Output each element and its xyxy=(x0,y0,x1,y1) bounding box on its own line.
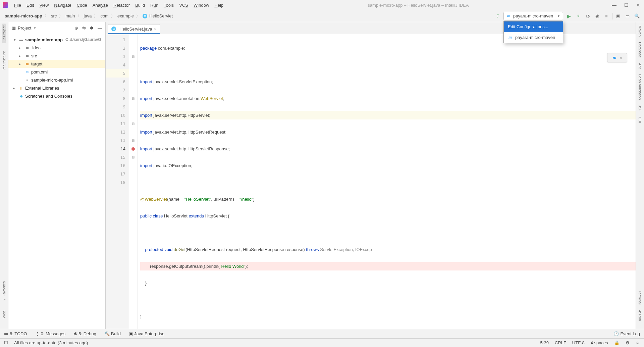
editor-tab[interactable]: C HelloServlet.java × xyxy=(108,24,160,34)
chevron-down-icon: ▼ xyxy=(557,14,560,18)
breadcrumb-class[interactable]: CHelloServlet xyxy=(141,13,174,19)
menu-analyze[interactable]: Analyze xyxy=(91,2,110,8)
tool-database[interactable]: Database xyxy=(638,42,642,58)
project-pane-title[interactable]: Project xyxy=(18,26,31,31)
run-config-popup: Edit Configurations... m payara-micro-ma… xyxy=(503,21,563,43)
tree-item-scratches[interactable]: ◆ Scratches and Consoles xyxy=(8,92,105,100)
tree-item-idea[interactable]: ▸🖿 .idea xyxy=(8,44,105,52)
menu-tools[interactable]: Tools xyxy=(162,2,176,8)
tree-item-external-libraries[interactable]: ▸⫼ External Libraries xyxy=(8,84,105,92)
class-icon: C xyxy=(111,27,116,31)
settings-button[interactable]: ▭ xyxy=(624,12,631,20)
tree-item-pom[interactable]: m pom.xml xyxy=(8,68,105,76)
editor-area: C HelloServlet.java × 1 2 3 4 5 6 7 8 9 … xyxy=(106,22,636,329)
bottom-tool-stripe: ≔ 6: TODO ⋮ 0: Messages ✱ 5: Debug 🔨 Bui… xyxy=(0,329,644,338)
project-pane-header: ▦ Project ▼ ⊕ ⇆ ✱ — xyxy=(8,22,105,34)
menu-run[interactable]: Run xyxy=(148,2,160,8)
close-tab-icon[interactable]: × xyxy=(154,27,157,32)
profiler-button[interactable]: ◉ xyxy=(593,12,601,20)
tree-item-iml[interactable]: ▪ sample-micro-app.iml xyxy=(8,76,105,84)
breadcrumb[interactable]: com xyxy=(99,13,110,19)
tool-cdi[interactable]: CDI xyxy=(638,117,642,123)
right-tool-stripe: Maven Database Ant Bean Validation JSF C… xyxy=(636,22,644,329)
status-cursor-pos[interactable]: 5:39 xyxy=(540,340,549,345)
run-config-item[interactable]: m payara-micro-maven xyxy=(504,32,563,43)
menu-help[interactable]: Help xyxy=(212,2,225,8)
status-widgets-icon[interactable]: ⚙ xyxy=(626,340,630,345)
hide-icon[interactable]: — xyxy=(98,26,102,31)
tool-event-log[interactable]: 🕒 Event Log xyxy=(613,331,640,336)
minimize-button[interactable]: — xyxy=(611,2,617,8)
breadcrumb[interactable]: example xyxy=(116,13,135,19)
menu-navigate[interactable]: Navigate xyxy=(52,2,73,8)
tool-messages[interactable]: ⋮ 0: Messages xyxy=(35,331,66,336)
close-button[interactable]: ✕ xyxy=(635,2,641,8)
tool-ant[interactable]: Ant xyxy=(638,63,642,69)
project-scope-icon: ▦ xyxy=(12,26,16,31)
status-icon[interactable]: ☐ xyxy=(4,340,8,345)
menu-code[interactable]: Code xyxy=(75,2,89,8)
status-encoding[interactable]: UTF-8 xyxy=(572,340,585,345)
tool-jsf[interactable]: JSF xyxy=(638,105,642,112)
project-pane: ▦ Project ▼ ⊕ ⇆ ✱ — ▼▬ sample-micro-app … xyxy=(8,22,106,329)
project-structure-button[interactable]: ▣ xyxy=(614,12,622,20)
tool-bean-validation[interactable]: Bean Validation xyxy=(638,74,642,100)
tree-item-src[interactable]: ▸🖿 src xyxy=(8,52,105,60)
maven-icon: m xyxy=(612,55,617,60)
marker-gutter: ⊟⊟ ⊟⊟⊟ xyxy=(129,34,138,329)
tree-root[interactable]: ▼▬ sample-micro-app C:\Users\jGauravG xyxy=(8,36,105,44)
line-number-gutter: 1 2 3 4 5 6 7 8 9 10 11 12 13 14 15 16 1… xyxy=(106,34,129,329)
menu-build[interactable]: Build xyxy=(133,2,147,8)
stop-button[interactable]: ■ xyxy=(603,12,610,20)
search-everywhere-button[interactable]: 🔍 xyxy=(633,12,641,20)
tool-run[interactable]: 4: Run xyxy=(638,310,642,321)
breadcrumb[interactable]: main xyxy=(64,13,76,19)
menu-vcs[interactable]: VCS xyxy=(177,2,190,8)
code-editor[interactable]: 1 2 3 4 5 6 7 8 9 10 11 12 13 14 15 16 1… xyxy=(106,34,636,329)
close-icon[interactable]: × xyxy=(620,55,622,60)
left-tool-stripe: 1: Project 7: Structure 2: Favorites Web xyxy=(0,22,8,329)
tool-todo[interactable]: ≔ 6: TODO xyxy=(4,331,27,336)
run-config-selector[interactable]: m payara-micro-maven ▼ xyxy=(503,12,563,20)
tool-web[interactable]: Web xyxy=(2,309,6,320)
locate-icon[interactable]: ⊕ xyxy=(74,26,78,31)
expand-icon[interactable]: ⇆ xyxy=(82,26,86,31)
tree-item-target[interactable]: ▸🖿 target xyxy=(8,60,105,68)
tool-build[interactable]: 🔨 Build xyxy=(104,331,121,336)
analysis-widget[interactable]: m × xyxy=(607,53,627,62)
maven-icon: m xyxy=(508,35,513,40)
build-icon[interactable]: ⤴ xyxy=(494,12,501,20)
tool-debug[interactable]: ✱ 5: Debug xyxy=(73,331,96,336)
tool-terminal[interactable]: Terminal xyxy=(638,291,642,305)
breakpoint-icon[interactable] xyxy=(131,147,135,151)
status-inspections-icon[interactable]: ☺ xyxy=(636,340,640,345)
debug-button[interactable]: ⌖ xyxy=(575,12,582,20)
maximize-button[interactable]: ☐ xyxy=(623,2,629,8)
breadcrumb[interactable]: java xyxy=(83,13,93,19)
project-tree[interactable]: ▼▬ sample-micro-app C:\Users\jGauravG ▸🖿… xyxy=(8,34,105,329)
tab-label: HelloServlet.java xyxy=(119,27,152,32)
code-content[interactable]: package com.example; import javax.servle… xyxy=(138,34,636,329)
menu-file[interactable]: File xyxy=(12,2,23,8)
status-line-sep[interactable]: CRLF xyxy=(555,340,566,345)
run-button[interactable]: ▶ xyxy=(565,12,573,20)
run-config-label: payara-micro-maven xyxy=(513,13,553,18)
navigation-bar: sample-micro-app〉 src〉 main〉 java〉 com〉 … xyxy=(0,10,644,22)
settings-icon[interactable]: ✱ xyxy=(90,26,94,31)
tool-structure[interactable]: 7: Structure xyxy=(2,49,6,72)
coverage-button[interactable]: ◔ xyxy=(584,12,591,20)
menu-refactor[interactable]: Refactor xyxy=(111,2,132,8)
tool-maven[interactable]: Maven xyxy=(638,26,642,37)
edit-configurations-item[interactable]: Edit Configurations... xyxy=(504,21,563,32)
menu-view[interactable]: View xyxy=(37,2,51,8)
tool-project[interactable]: 1: Project xyxy=(2,23,6,43)
status-indent[interactable]: 4 spaces xyxy=(591,340,608,345)
tool-favorites[interactable]: 2: Favorites xyxy=(2,279,6,302)
readonly-lock-icon[interactable]: 🔒 xyxy=(614,340,620,345)
tool-jee[interactable]: ▣ Java Enterprise xyxy=(129,331,164,336)
breadcrumb-root[interactable]: sample-micro-app xyxy=(3,13,44,19)
breadcrumb[interactable]: src xyxy=(50,13,58,19)
chevron-down-icon: ▼ xyxy=(33,27,36,30)
menu-edit[interactable]: Edit xyxy=(24,2,36,8)
menu-window[interactable]: Window xyxy=(192,2,211,8)
